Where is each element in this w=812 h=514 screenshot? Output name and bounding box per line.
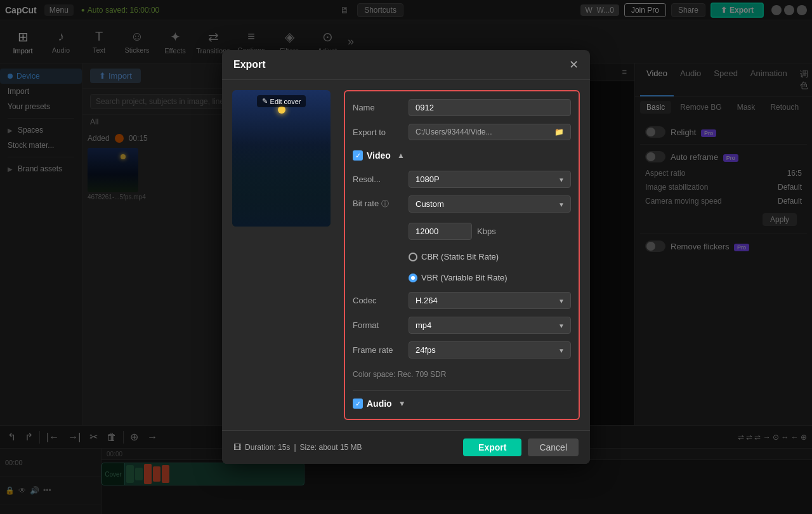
modal-title: Export: [233, 59, 266, 70]
format-label: Format: [353, 320, 403, 330]
bitrate-custom-row: Kbps: [353, 220, 571, 242]
cbr-radio-circle[interactable]: [409, 253, 417, 261]
audio-checkbox[interactable]: ✓: [353, 399, 363, 409]
bit-rate-select-wrapper: Custom Low Medium High: [409, 195, 571, 213]
size-label: Size: about 15 MB: [300, 443, 362, 452]
name-label: Name: [353, 103, 403, 112]
name-input[interactable]: [409, 99, 571, 116]
modal-body: ✎ Edit cover Name Export to C:/Users/934…: [222, 80, 590, 430]
film-icon: 🎞: [233, 443, 241, 452]
color-space-label: Color space: Rec. 709 SDR: [353, 370, 446, 379]
name-row: Name: [353, 99, 571, 116]
separator: |: [294, 443, 296, 452]
codec-label: Codec: [353, 296, 403, 305]
resolution-select[interactable]: 1080P 720P 4K: [409, 171, 571, 188]
resolution-row: Resol... 1080P 720P 4K: [353, 171, 571, 188]
video-section-title: Video: [367, 150, 391, 161]
audio-section: ✓ Audio ▼: [353, 390, 571, 411]
edit-cover-button[interactable]: ✎ Edit cover: [257, 95, 306, 107]
export-confirm-button[interactable]: Export: [463, 438, 521, 456]
folder-icon[interactable]: 📁: [554, 128, 564, 136]
export-modal: Export ✕ ✎ Edit cover Name: [222, 50, 590, 464]
resolution-label: Resol...: [353, 175, 403, 184]
export-to-label: Export to: [353, 128, 403, 137]
frame-rate-label: Frame rate: [353, 345, 403, 355]
export-path-field[interactable]: C:/Users/93444/Vide... 📁: [409, 124, 571, 140]
frame-rate-select[interactable]: 24fps 30fps 60fps: [409, 341, 571, 359]
footer-info: 🎞 Duration: 15s | Size: about 15 MB: [233, 443, 362, 452]
cbr-radio-label[interactable]: CBR (Static Bit Rate): [409, 252, 499, 261]
bit-rate-info-icon[interactable]: ⓘ: [381, 199, 389, 208]
bitrate-input[interactable]: [409, 223, 472, 240]
audio-section-header: ✓ Audio ▼: [353, 396, 571, 411]
bit-rate-row: Bit rate ⓘ Custom Low Medium High: [353, 195, 571, 213]
modal-preview: ✎ Edit cover: [232, 90, 334, 420]
modal-close-button[interactable]: ✕: [569, 58, 579, 72]
codec-select[interactable]: H.264 H.265: [409, 292, 571, 309]
edit-cover-label: Edit cover: [270, 98, 301, 105]
footer-actions: Export Cancel: [463, 438, 579, 456]
bitrate-unit: Kbps: [477, 227, 496, 236]
vbr-label: VBR (Variable Bit Rate): [421, 273, 508, 282]
format-select-wrapper: mp4 mov avi: [409, 317, 571, 334]
format-select[interactable]: mp4 mov avi: [409, 317, 571, 334]
modal-overlay: Export ✕ ✎ Edit cover Name: [0, 0, 812, 514]
format-row: Format mp4 mov avi: [353, 317, 571, 334]
video-checkbox[interactable]: ✓: [353, 150, 363, 161]
vbr-radio-row: VBR (Variable Bit Rate): [353, 271, 571, 284]
frame-rate-select-wrapper: 24fps 30fps 60fps: [409, 341, 571, 359]
audio-section-toggle[interactable]: ▼: [398, 399, 406, 408]
audio-section-title: Audio: [367, 399, 392, 409]
export-path-text: C:/Users/93444/Vide...: [416, 128, 492, 136]
cbr-label: CBR (Static Bit Rate): [421, 252, 499, 261]
codec-select-wrapper: H.264 H.265: [409, 292, 571, 309]
modal-footer: 🎞 Duration: 15s | Size: about 15 MB Expo…: [222, 430, 590, 464]
color-space-row: Color space: Rec. 709 SDR: [353, 366, 571, 383]
resolution-select-wrapper: 1080P 720P 4K: [409, 171, 571, 188]
export-to-row: Export to C:/Users/93444/Vide... 📁: [353, 124, 571, 140]
duration-label: Duration: 15s: [245, 443, 290, 452]
video-section-toggle[interactable]: ▲: [397, 151, 405, 160]
cbr-radio-row: CBR (Static Bit Rate): [353, 250, 571, 263]
edit-icon: ✎: [262, 97, 268, 105]
export-form: Name Export to C:/Users/93444/Vide... 📁 …: [344, 90, 580, 420]
vbr-radio-circle[interactable]: [409, 273, 417, 282]
frame-rate-row: Frame rate 24fps 30fps 60fps: [353, 341, 571, 359]
cancel-button[interactable]: Cancel: [528, 438, 579, 456]
bit-rate-label: Bit rate ⓘ: [353, 199, 403, 209]
vbr-radio-label[interactable]: VBR (Variable Bit Rate): [409, 273, 508, 282]
bit-rate-select[interactable]: Custom Low Medium High: [409, 195, 571, 213]
codec-row: Codec H.264 H.265: [353, 292, 571, 309]
modal-header: Export ✕: [222, 50, 590, 80]
preview-image: ✎ Edit cover: [232, 90, 331, 227]
preview-gradient: [232, 138, 331, 227]
video-section-header: ✓ Video ▲: [353, 148, 571, 163]
